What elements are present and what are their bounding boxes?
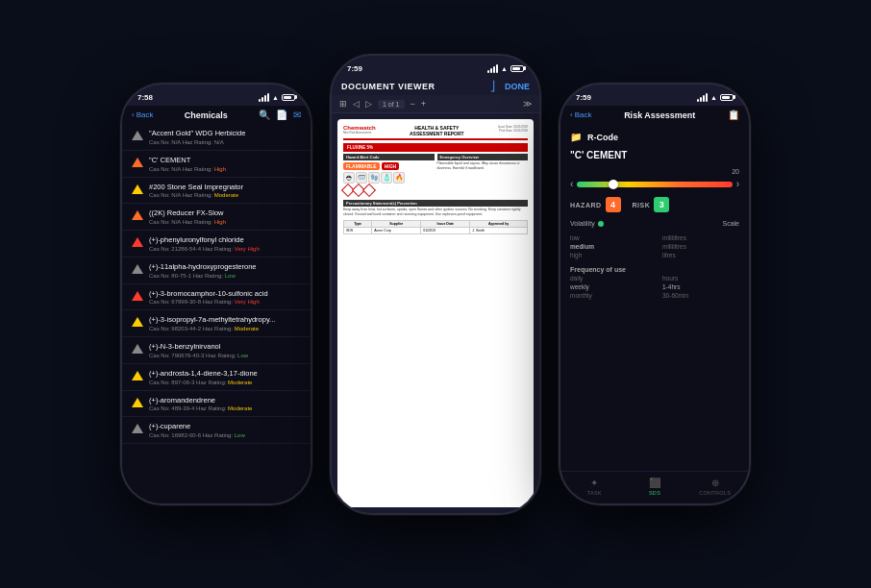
volume-options: low medium high — [570, 234, 647, 258]
chem-info-3: ((2K) Reducer FX-Slow Cas No: N/A Haz Ra… — [149, 208, 301, 225]
table-r1c3: 01/2019 — [421, 227, 470, 233]
chem-item-6[interactable]: (+)-3-bromocamphor-10-sulfonic acid Cas … — [122, 284, 311, 311]
done-button[interactable]: DONE — [505, 82, 530, 91]
wifi-left: ▲ — [272, 94, 279, 101]
sds-table: Type Supplier Issue Date Approved by SDS… — [343, 220, 528, 234]
chem-item-2[interactable]: #200 Stone Seal Impregnator Cas No: N/A … — [122, 178, 311, 205]
chem-item-8[interactable]: (+)-N-3-benzylnirvanol Cas No: 790676-40… — [122, 337, 311, 364]
zoom-in-icon[interactable]: + — [421, 99, 426, 109]
chem-item-11[interactable]: (+)-cuparene Cas No: 16982-00-6 Haz Rati… — [122, 417, 311, 444]
mail-icon-left[interactable]: ✉ — [293, 110, 301, 120]
chem-item-3[interactable]: ((2K) Reducer FX-Slow Cas No: N/A Haz Ra… — [122, 204, 311, 231]
unit-l[interactable]: litres — [662, 252, 739, 258]
table-r1c2: Acme Corp — [372, 227, 421, 233]
safety-icons: ⛑ 🥽 🧤 🧴 🔥 — [343, 172, 435, 184]
warning-icon-2 — [132, 184, 143, 194]
bar4c — [496, 64, 498, 73]
notch-center — [402, 56, 469, 73]
back-button-left[interactable]: ‹ Back — [132, 110, 153, 119]
freq-weekly[interactable]: weekly — [570, 283, 647, 290]
search-icon-left[interactable]: 🔍 — [259, 110, 270, 120]
expand-icon[interactable]: ≫ — [523, 99, 532, 109]
chem-item-7[interactable]: (+)-3-isopropyl-7a-methyltetrahydropy...… — [122, 310, 311, 337]
controls-label: CONTROLS — [699, 490, 731, 496]
next-page-icon[interactable]: ▷ — [365, 99, 372, 109]
chem-item-5[interactable]: (+)-11alpha-hydroxyprogesterone Cas No: … — [122, 257, 311, 284]
slider-right-arrow[interactable]: › — [736, 179, 739, 189]
precautionary-title: Precautionary Statement(s) Prevention — [343, 200, 528, 207]
chem-meta-9: Cas No: 897-06-3 Haz Rating: Moderate — [149, 380, 301, 385]
folder-icon: 📁 — [570, 132, 582, 142]
emergency-section: Emergency Overview Flammable liquid and … — [437, 154, 529, 171]
toolbar-left: ⊞ ◁ ▷ 1 of 1 − + — [339, 99, 426, 109]
scene: 7:58 ▲ ‹ Back Chemicals — [0, 0, 871, 588]
wifi-center: ▲ — [501, 65, 508, 72]
safety-icon-3: 🧤 — [368, 172, 380, 184]
grid-icon[interactable]: ⊞ — [339, 99, 347, 109]
metrics-row: Volatility Scale — [570, 220, 739, 227]
doc-nav-bar: DOCUMENT VIEWER ⎦ DONE — [332, 77, 539, 95]
notch-right — [621, 85, 688, 102]
product-name-right: "C' CEMENT — [570, 150, 739, 160]
emergency-title: Emergency Overview — [437, 154, 529, 160]
tab-task[interactable]: ✦ TASK — [564, 478, 625, 496]
chem-info-11: (+)-cuparene Cas No: 16982-00-6 Haz Rati… — [149, 422, 301, 438]
chem-meta-0: Cas No: N/A Haz Rating: N/A — [149, 139, 301, 145]
fire-badge: FLAMMABLE — [343, 162, 380, 170]
warning-icon-6 — [132, 291, 143, 301]
bar3 — [264, 95, 266, 102]
freq-daily[interactable]: daily — [570, 275, 647, 282]
chem-item-4[interactable]: (+)-phenyluronylfonyl chloride Cas No: 2… — [122, 231, 311, 257]
warning-icon-3 — [132, 210, 143, 220]
bottom-tab-bar: ✦ TASK ⬛ SDS ⊕ CONTROLS — [560, 471, 749, 503]
tab-controls[interactable]: ⊕ CONTROLS — [684, 478, 745, 496]
time-center: 7:59 — [347, 64, 362, 73]
dur-1-4hrs: 1-4hrs — [662, 283, 739, 290]
chem-name-4: (+)-phenyluronylfonyl chloride — [149, 235, 301, 245]
warning-icon-4 — [132, 237, 143, 247]
doc-icon-left[interactable]: 📄 — [276, 110, 287, 120]
hazard-label: HAZARD — [570, 202, 602, 208]
doc-icon-right[interactable]: 📋 — [728, 110, 739, 120]
nav-title-left: Chemicals — [185, 110, 228, 120]
vol-high[interactable]: high — [570, 252, 647, 258]
vol-medium[interactable]: medium — [570, 243, 647, 250]
zoom-out-icon[interactable]: − — [411, 99, 415, 109]
chem-item-10[interactable]: (+)-aromandendrene Cas No: 489-39-4 Haz … — [122, 391, 311, 418]
warning-icon-11 — [132, 424, 143, 433]
vol-low[interactable]: low — [570, 234, 647, 241]
chem-item-9[interactable]: (+)-androsta-1,4-diene-3,17-dione Cas No… — [122, 364, 311, 391]
freq-col: daily weekly monthly — [570, 275, 647, 299]
share-icon[interactable]: ⎦ — [490, 81, 495, 91]
nav-icons-left: 🔍 📄 ✉ — [259, 110, 301, 120]
controls-icon: ⊕ — [711, 478, 719, 488]
sds-label: SDS — [649, 490, 660, 496]
bar3c — [493, 66, 495, 73]
bar4 — [267, 93, 269, 102]
freq-monthly[interactable]: monthly — [570, 292, 647, 299]
status-icons-center: ▲ — [487, 64, 524, 73]
chem-info-0: "Accent Gold" WDG Herbicide Cas No: N/A … — [149, 129, 301, 145]
risk-badge: 3 — [654, 197, 669, 212]
risk-slider[interactable] — [577, 182, 732, 187]
slider-thumb — [609, 180, 618, 189]
hazard-badge: 4 — [606, 197, 621, 212]
back-button-right[interactable]: ‹ Back — [570, 110, 591, 119]
tab-sds[interactable]: ⬛ SDS — [625, 478, 685, 496]
unit-ml[interactable]: millilitres — [662, 234, 739, 241]
chem-name-2: #200 Stone Seal Impregnator — [149, 183, 301, 192]
prev-page-icon[interactable]: ◁ — [353, 99, 360, 109]
hazard-badges: FLAMMABLE HIGH — [343, 162, 435, 170]
chem-item-0[interactable]: "Accent Gold" WDG Herbicide Cas No: N/A … — [122, 124, 311, 151]
chem-item-1[interactable]: "C' CEMENT Cas No: N/A Haz Rating: High — [122, 151, 311, 178]
unit-ml2[interactable]: millilitres — [662, 243, 739, 250]
signal-center — [487, 64, 498, 73]
slider-container: ‹ › — [570, 179, 739, 189]
table-h1: Type — [344, 220, 372, 227]
volatility-dot — [598, 221, 604, 227]
chem-info-4: (+)-phenyluronylfonyl chloride Cas No: 2… — [149, 235, 301, 252]
safety-icon-4: 🧴 — [381, 172, 392, 184]
doc-toolbar: ⊞ ◁ ▷ 1 of 1 − + ≫ — [332, 95, 539, 113]
slider-left-arrow[interactable]: ‹ — [570, 179, 573, 189]
duration-col: hours 1-4hrs 30-60min — [662, 275, 739, 299]
